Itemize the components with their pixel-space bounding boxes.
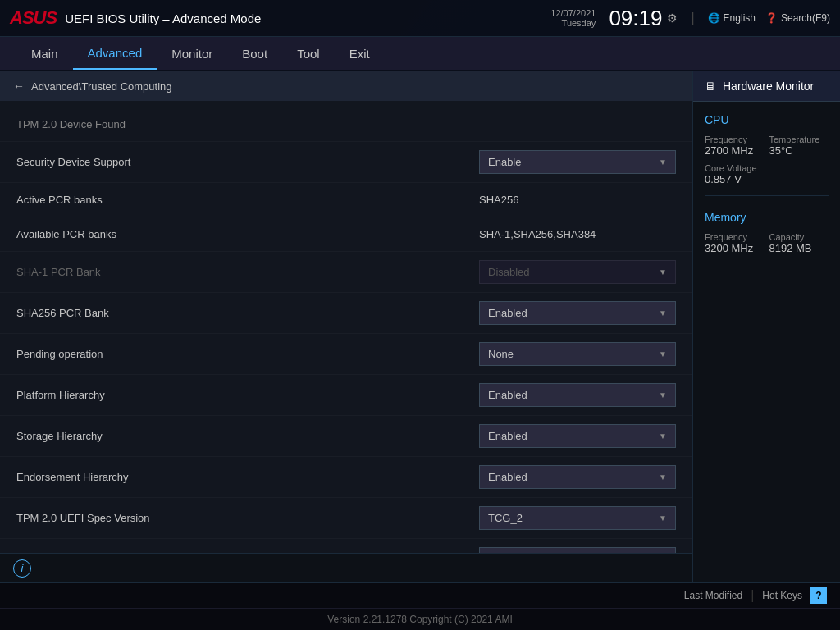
hw-section-divider xyxy=(705,195,829,196)
gear-icon[interactable]: ⚙ xyxy=(667,11,678,25)
available-pcr-value: SHA-1,SHA256,SHA384 xyxy=(479,228,676,240)
sha256-pcr-dropdown[interactable]: Enabled ▼ xyxy=(479,301,676,325)
storage-hierarchy-arrow-icon: ▼ xyxy=(659,431,667,441)
tpm-spec-version-dropdown[interactable]: TCG_2 ▼ xyxy=(479,506,676,530)
pending-op-dropdown[interactable]: None ▼ xyxy=(479,342,676,366)
setting-label-available-pcr: Available PCR banks xyxy=(16,228,479,240)
setting-label-tpm-spec-version: TPM 2.0 UEFI Spec Version xyxy=(16,512,479,524)
cpu-temperature-value: 35°C xyxy=(769,144,829,157)
memory-capacity-block: Capacity 8192 MB xyxy=(769,232,829,254)
nav-item-main[interactable]: Main xyxy=(16,39,73,69)
monitor-icon: 🖥 xyxy=(705,80,716,93)
pending-op-value: None xyxy=(488,348,652,360)
version-bar: Version 2.21.1278 Copyright (C) 2021 AMI xyxy=(0,608,840,630)
hot-keys-link[interactable]: Hot Keys xyxy=(754,587,810,605)
nav-item-tool[interactable]: Tool xyxy=(282,39,335,69)
cpu-temperature-block: Temperature 35°C xyxy=(769,135,829,157)
dropdown-arrow-icon: ▼ xyxy=(659,158,667,167)
navbar: Main Advanced Monitor Boot Tool Exit xyxy=(0,37,840,71)
content-area: ← Advanced\Trusted Computing TPM 2.0 Dev… xyxy=(0,71,840,582)
endorsement-hierarchy-value: Enabled xyxy=(488,471,652,483)
cpu-frequency-label: Frequency xyxy=(705,135,765,144)
setting-label-active-pcr: Active PCR banks xyxy=(16,194,479,206)
bottom-bar: i xyxy=(0,553,692,582)
nav-item-boot[interactable]: Boot xyxy=(227,39,282,69)
memory-capacity-label: Capacity xyxy=(769,232,829,242)
nav-item-advanced[interactable]: Advanced xyxy=(73,38,158,70)
setting-row-active-pcr: Active PCR banks SHA256 xyxy=(0,183,692,217)
cpu-freq-temp: Frequency 2700 MHz Temperature 35°C xyxy=(705,135,829,157)
setting-row-sha1-pcr: SHA-1 PCR Bank Disabled ▼ xyxy=(0,252,692,293)
platform-hierarchy-value: Enabled xyxy=(488,389,652,401)
setting-row-platform-hierarchy: Platform Hierarchy Enabled ▼ xyxy=(0,375,692,416)
sha1-pcr-value: Disabled xyxy=(488,266,652,278)
setting-label-endorsement-hierarchy: Endorsement Hierarchy xyxy=(16,471,479,483)
help-button[interactable]: ? xyxy=(810,587,827,604)
security-device-dropdown[interactable]: Enable ▼ xyxy=(479,150,676,174)
search-icon: ❓ xyxy=(765,12,778,24)
sha256-pcr-value: Enabled xyxy=(488,307,652,319)
hardware-monitor-panel: 🖥 Hardware Monitor CPU Frequency 2700 MH… xyxy=(692,71,840,582)
cpu-frequency-value: 2700 MHz xyxy=(705,144,765,157)
memory-frequency-label: Frequency xyxy=(705,232,765,242)
version-text: Version 2.21.1278 Copyright (C) 2021 AMI xyxy=(327,614,512,625)
active-pcr-value: SHA256 xyxy=(479,194,676,206)
memory-frequency-value: 3200 MHz xyxy=(705,242,765,254)
language-label: English xyxy=(724,12,756,24)
nav-item-monitor[interactable]: Monitor xyxy=(157,39,227,69)
settings-list: TPM 2.0 Device Found Security Device Sup… xyxy=(0,101,692,553)
storage-hierarchy-dropdown[interactable]: Enabled ▼ xyxy=(479,424,676,448)
tpm-spec-version-value: TCG_2 xyxy=(488,512,652,524)
cpu-section-title: CPU xyxy=(705,113,829,126)
tpm-info-label: TPM 2.0 Device Found xyxy=(16,118,676,130)
globe-icon: 🌐 xyxy=(708,12,720,24)
clock-display: 09:19 xyxy=(609,7,662,29)
header: ASUS UEFI BIOS Utility – Advanced Mode 1… xyxy=(0,0,840,37)
search-button[interactable]: ❓ Search(F9) xyxy=(765,12,830,24)
page-wrapper: ASUS UEFI BIOS Utility – Advanced Mode 1… xyxy=(0,0,840,630)
datetime-block: 12/07/2021 Tuesday xyxy=(550,8,596,28)
security-device-value: Enable xyxy=(488,156,652,168)
endorsement-hierarchy-dropdown[interactable]: Enabled ▼ xyxy=(479,465,676,489)
breadcrumb-path: Advanced\Trusted Computing xyxy=(31,80,172,93)
setting-label-security-device: Security Device Support xyxy=(16,156,479,168)
platform-hierarchy-dropdown[interactable]: Enabled ▼ xyxy=(479,383,676,407)
cpu-section: CPU Frequency 2700 MHz Temperature 35°C … xyxy=(693,102,840,192)
hw-monitor-title: Hardware Monitor xyxy=(723,80,814,93)
setting-row-tpm-spec-version: TPM 2.0 UEFI Spec Version TCG_2 ▼ xyxy=(0,498,692,539)
date-text: 12/07/2021 xyxy=(550,8,596,18)
setting-label-platform-hierarchy: Platform Hierarchy xyxy=(16,389,479,401)
breadcrumb: ← Advanced\Trusted Computing xyxy=(0,71,692,101)
tpm-spec-arrow-icon: ▼ xyxy=(659,514,667,523)
tpm-info-row: TPM 2.0 Device Found xyxy=(0,107,692,142)
bios-title: UEFI BIOS Utility – Advanced Mode xyxy=(65,11,550,25)
memory-frequency-block: Frequency 3200 MHz xyxy=(705,232,765,254)
language-selector[interactable]: 🌐 English xyxy=(708,12,756,24)
cpu-core-voltage-value: 0.857 V xyxy=(705,173,829,185)
setting-row-storage-hierarchy: Storage Hierarchy Enabled ▼ xyxy=(0,416,692,457)
pending-op-arrow-icon: ▼ xyxy=(659,349,667,358)
setting-row-endorsement-hierarchy: Endorsement Hierarchy Enabled ▼ xyxy=(0,457,692,498)
partial-dropdown[interactable]: ▼ xyxy=(479,547,676,553)
back-arrow-icon[interactable]: ← xyxy=(13,80,25,93)
info-button[interactable]: i xyxy=(13,559,31,578)
memory-freq-cap: Frequency 3200 MHz Capacity 8192 MB xyxy=(705,232,829,254)
sha1-dropdown-arrow-icon: ▼ xyxy=(659,267,667,276)
memory-capacity-value: 8192 MB xyxy=(769,242,829,254)
setting-row-sha256-pcr: SHA256 PCR Bank Enabled ▼ xyxy=(0,293,692,334)
hw-monitor-header: 🖥 Hardware Monitor xyxy=(693,71,840,102)
last-modified-link[interactable]: Last Modified xyxy=(676,587,751,605)
cpu-core-voltage-label: Core Voltage xyxy=(705,163,829,173)
cpu-temperature-label: Temperature xyxy=(769,135,829,144)
setting-row-security-device: Security Device Support Enable ▼ xyxy=(0,142,692,183)
header-right: 12/07/2021 Tuesday 09:19 ⚙ | 🌐 English ❓… xyxy=(550,7,830,29)
setting-label-sha256-pcr: SHA256 PCR Bank xyxy=(16,307,479,319)
nav-item-exit[interactable]: Exit xyxy=(335,39,385,69)
cpu-frequency-block: Frequency 2700 MHz xyxy=(705,135,765,157)
setting-label-pending-op: Pending operation xyxy=(16,348,479,360)
search-label: Search(F9) xyxy=(781,12,830,24)
setting-label-sha1-pcr: SHA-1 PCR Bank xyxy=(16,266,479,278)
setting-row-pending-op: Pending operation None ▼ xyxy=(0,334,692,375)
setting-row-partial: ▼ xyxy=(0,539,692,553)
endorsement-hierarchy-arrow-icon: ▼ xyxy=(659,472,667,482)
